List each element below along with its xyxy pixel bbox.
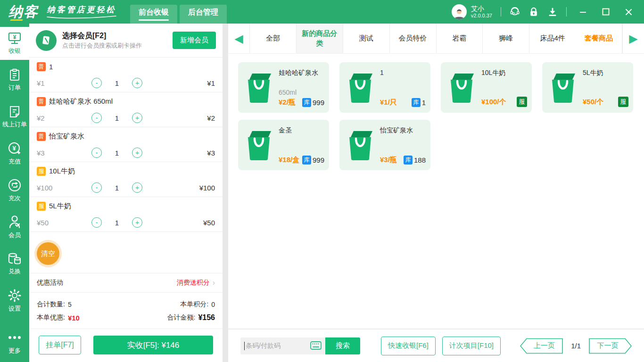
next-category-arrow-icon[interactable]: ▶: [622, 24, 644, 53]
customer-service-icon[interactable]: [510, 7, 520, 17]
product-name: 10L牛奶: [481, 69, 527, 77]
decrease-qty-button[interactable]: [91, 182, 102, 193]
product-stock: 库 188: [404, 156, 426, 165]
category-tab-all[interactable]: 全部: [250, 24, 297, 53]
sidebar-item-orders[interactable]: 订单: [0, 64, 29, 97]
lock-screen-icon[interactable]: [528, 7, 539, 17]
times-item-button[interactable]: 计次项目[F10]: [442, 337, 501, 355]
decrease-qty-button[interactable]: [91, 78, 102, 88]
promo-label: 优惠活动: [37, 279, 63, 287]
chevron-right-icon: ›: [213, 279, 215, 287]
tab-front-cashier[interactable]: 前台收银: [130, 5, 177, 24]
sidebar-item-times-recharge[interactable]: 充次: [0, 174, 29, 207]
category-tab-bedding[interactable]: 床品4件: [529, 24, 576, 53]
cart-item[interactable]: 服 10L牛奶 ¥100 1 ¥100: [29, 162, 223, 197]
product-price: ¥50/个: [583, 98, 603, 107]
decrease-qty-button[interactable]: [91, 217, 102, 228]
increase-qty-button[interactable]: [132, 78, 142, 88]
minimize-icon[interactable]: [578, 7, 588, 17]
sidebar-item-settings[interactable]: 设置: [0, 284, 29, 317]
category-tab-bundle[interactable]: 套餐商品: [576, 24, 622, 53]
sidebar-item-exchange[interactable]: 兑换: [0, 247, 29, 280]
next-page-button[interactable]: 下一页: [588, 338, 632, 354]
product-price: ¥18/盒: [279, 156, 299, 165]
quick-cashier-button[interactable]: 快速收银[F6]: [381, 337, 436, 355]
category-tab-member-special[interactable]: 会员特价: [390, 24, 437, 53]
sidebar-item-members[interactable]: 会员: [0, 211, 29, 244]
product-card[interactable]: 怡宝矿泉水 ¥3/瓶 库 188: [339, 120, 430, 170]
search-button[interactable]: 搜索: [325, 337, 360, 354]
sidebar-item-cashier[interactable]: ¥ 收银: [0, 27, 29, 60]
item-name: 1: [49, 63, 53, 71]
category-tab-shifeng[interactable]: 狮峰: [483, 24, 529, 53]
product-card[interactable]: 1 ¥1/只 库 1: [339, 62, 430, 113]
maximize-icon[interactable]: [601, 7, 611, 17]
item-unit-price: ¥50: [37, 219, 80, 227]
download-update-icon[interactable]: [547, 7, 558, 17]
item-unit-price: ¥2: [37, 114, 80, 122]
increase-qty-button[interactable]: [132, 148, 142, 158]
product-card[interactable]: 10L牛奶 ¥100/个 服: [441, 62, 532, 113]
shopping-bag-icon: [345, 129, 375, 163]
decrease-qty-button[interactable]: [91, 148, 102, 158]
pos-app-window: 纳客 纳客管店更轻松 前台收银 后台管理: [0, 0, 644, 362]
product-price: ¥100/个: [481, 98, 506, 107]
discount-value: ¥10: [68, 314, 80, 322]
hold-order-button[interactable]: 挂单[F7]: [39, 336, 81, 354]
stock-badge-icon: 库: [302, 98, 311, 107]
checkout-button[interactable]: 实收[F5]: ¥146: [93, 336, 213, 354]
cart-item[interactable]: 普 怡宝矿泉水 ¥3 1 ¥3: [29, 127, 223, 162]
amount-label: 合计金额:: [167, 313, 196, 322]
promo-activity-row[interactable]: 优惠活动 消费送积分 ›: [29, 273, 223, 293]
product-card[interactable]: 金圣 ¥18/盒 库 999: [238, 120, 329, 170]
item-qty: 1: [114, 114, 120, 122]
shopping-bag-icon: [244, 129, 274, 163]
product-name: 怡宝矿泉水: [380, 126, 426, 135]
cart-panel: 选择会员[F2] 点击进行会员搜索或刷卡操作 新增会员 普 1 ¥1 1: [29, 24, 223, 362]
category-tab-test[interactable]: 测试: [343, 24, 390, 53]
barcode-input[interactable]: 条码/付款码: [240, 337, 325, 354]
points-value: 0: [211, 301, 215, 308]
item-total: ¥1: [207, 79, 215, 87]
shopping-bag-icon: [446, 71, 477, 105]
sidebar-item-online-orders[interactable]: 线上订单: [0, 100, 29, 133]
barcode-placeholder: 条码/付款码: [246, 342, 281, 350]
item-unit-price: ¥3: [37, 149, 80, 157]
item-type-badge: 服: [37, 167, 46, 176]
clear-cart-button[interactable]: 清空: [37, 242, 59, 265]
svg-text:¥: ¥: [13, 34, 17, 41]
product-name: 娃哈哈矿泉水: [279, 69, 324, 77]
cart-item-list: 普 1 ¥1 1 ¥1 普 娃哈哈矿泉水 650ml: [29, 58, 223, 232]
user-account[interactable]: 艾小 v2.0.0.37: [452, 4, 492, 19]
decrease-qty-button[interactable]: [91, 113, 102, 123]
amount-value: ¥156: [198, 313, 215, 322]
cart-item[interactable]: 普 1 ¥1 1 ¥1: [29, 58, 223, 92]
select-member-title[interactable]: 选择会员[F2]: [62, 30, 142, 41]
category-tabbar: ◀ 全部 新的商品分类 测试 会员特价 岩霸 狮峰 床品4件 套餐商品 ▶: [228, 24, 644, 54]
product-card[interactable]: 娃哈哈矿泉水 650ml ¥2/瓶 库 999: [238, 62, 329, 113]
category-tab-new[interactable]: 新的商品分类: [297, 24, 343, 53]
increase-qty-button[interactable]: [132, 182, 142, 193]
cart-item[interactable]: 服 5L牛奶 ¥50 1 ¥50: [29, 197, 223, 232]
tab-backend-manage[interactable]: 后台管理: [180, 5, 227, 24]
increase-qty-button[interactable]: [132, 217, 142, 228]
item-unit-price: ¥1: [37, 79, 80, 87]
cart-item[interactable]: 普 娃哈哈矿泉水 650ml ¥2 1 ¥2: [29, 92, 223, 127]
increase-qty-button[interactable]: [132, 113, 142, 123]
item-name: 娃哈哈矿泉水 650ml: [49, 97, 113, 106]
keyboard-icon[interactable]: [310, 341, 322, 350]
prev-page-button[interactable]: 上一页: [520, 338, 563, 354]
product-name: 5L牛奶: [583, 69, 628, 77]
close-icon[interactable]: [623, 7, 634, 17]
shopping-bag-icon: [244, 71, 274, 105]
category-tab-yanba[interactable]: 岩霸: [437, 24, 483, 53]
item-qty: 1: [114, 149, 120, 157]
member-select-bar[interactable]: 选择会员[F2] 点击进行会员搜索或刷卡操作 新增会员: [29, 24, 223, 58]
sidebar-item-recharge[interactable]: ¥ 充值: [0, 137, 29, 170]
divider: [566, 7, 567, 16]
add-member-button[interactable]: 新增会员: [173, 32, 216, 49]
sidebar-item-more[interactable]: 更多: [0, 326, 29, 359]
prev-category-arrow-icon[interactable]: ◀: [228, 24, 250, 53]
active-tab-underline: [139, 19, 169, 21]
product-card[interactable]: 5L牛奶 ¥50/个 服: [542, 62, 633, 113]
